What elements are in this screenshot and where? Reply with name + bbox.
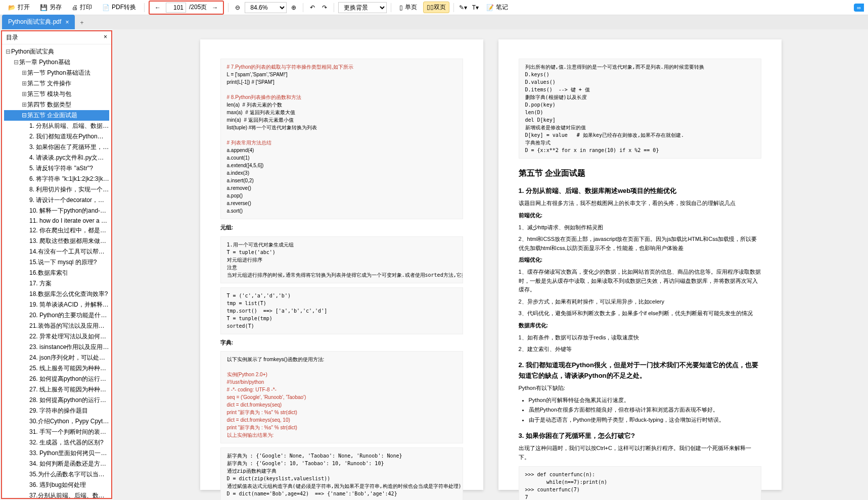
tree-item[interactable]: 9. 请设计一个decorator，它可...	[4, 195, 109, 206]
paragraph: 2、异步方式，如果有耗时操作，可以采用异步，比如celery	[519, 297, 761, 307]
code-block: # 7.Python的列表的截取与字符串操作类型相同,如下所示 L = ['sp…	[220, 59, 463, 219]
tree-item[interactable]: 13. 爬取这些数据都用来做什么...	[4, 236, 109, 246]
tree-section-selected[interactable]: ⊟第五节 企业面试题	[4, 110, 109, 121]
tree-item[interactable]: 36. 遇到bug如何处理	[4, 480, 109, 490]
tree-section[interactable]: ⊞第二节 文件操作	[4, 78, 109, 89]
collapse-icon[interactable]: ⊟	[5, 48, 11, 55]
folder-icon: 📂	[8, 4, 16, 11]
prev-page-icon[interactable]: ←	[153, 3, 163, 13]
print-button[interactable]: 🖨打印	[68, 1, 96, 14]
tree-item[interactable]: 17. 方案	[4, 278, 109, 289]
tree-item[interactable]: 11. how do I iterate over a s...	[4, 216, 109, 225]
tree-item[interactable]: 37.分别从前端、后端、数据库...	[4, 490, 109, 498]
collapse-icon[interactable]: ⊟	[21, 112, 27, 119]
paragraph: 1、缓存存储读写次数高，变化少的数据，比如网站首页的信息、商品的信息等。应用程序…	[519, 268, 761, 294]
subhead: 后端优化:	[519, 256, 761, 265]
separator	[453, 3, 454, 12]
expand-icon[interactable]: ⊞	[21, 69, 27, 76]
rotate-right-icon[interactable]: ↷	[319, 3, 330, 13]
tree-item[interactable]: 3. 如果你困在了死循环里，怎...	[4, 142, 109, 153]
tree-item[interactable]: 15.说一下 mysql 的原理?	[4, 257, 109, 268]
tree-item[interactable]: 30.介绍Cython，Pypy Cpytho...	[4, 416, 109, 427]
code-block: 列出所有的键,值.注意得到的是一个可迭代对象,而不是列表.用的时候需要转换 D.…	[519, 59, 761, 159]
paragraph: 3、代码优化，避免循环和判断次数太多，如果多个if else判断，优先判断最有可…	[519, 309, 761, 318]
background-select[interactable]: 更换背景	[338, 2, 387, 13]
pdf-page-right: 列出所有的键,值.注意得到的是一个可迭代对象,而不是列表.用的时候需要转换 D.…	[498, 39, 782, 490]
tree-item[interactable]: 22. 异常处理写法以及如何主动...	[4, 331, 109, 342]
bullet-list: Python的可解释特征会拖累其运行速度。 虽然Python在很多方面都性能良好…	[529, 396, 761, 425]
tree-item[interactable]: 25. 线上服务可能因为种种原因...	[4, 363, 109, 374]
paragraph: 1、如有条件，数据可以存放于redis，读取速度快	[519, 333, 761, 342]
rotate-left-icon[interactable]: ↶	[307, 3, 317, 13]
tree-section[interactable]: ⊞第三节 模块与包	[4, 89, 109, 99]
tree-item[interactable]: 28. 如何提高python的运行效率...	[4, 395, 109, 406]
tree-item[interactable]: 33. Python里面如何拷贝一个对...	[4, 448, 109, 459]
sidebar-title: 目录	[6, 33, 18, 42]
note-icon: 📝	[486, 4, 494, 11]
note-button[interactable]: 📝笔记	[482, 1, 512, 14]
zoom-in-icon[interactable]: ⊕	[289, 3, 299, 13]
double-page-icon: ▯▯	[427, 4, 434, 11]
expand-icon[interactable]: ⊞	[21, 101, 27, 108]
separator	[391, 3, 391, 12]
tree-item[interactable]: 18.数据库怎么优化查询效率?	[4, 289, 109, 299]
tree-item[interactable]: 20. Python的主要功能是什么?...	[4, 310, 109, 321]
tree-section[interactable]: ⊞第四节 数据类型	[4, 99, 109, 110]
page-navigation: ← /205页 →	[149, 1, 224, 15]
tree-item[interactable]: 14.有没有一个工具可以帮助查...	[4, 246, 109, 257]
label: 元组:	[220, 223, 463, 232]
page-total: /205页	[189, 3, 207, 12]
single-page-button[interactable]: ▯单页	[395, 1, 421, 14]
code-block: 新字典为 : {'Google': None, 'Taobao': None, …	[220, 447, 463, 500]
tree-item[interactable]: 2. 我们都知道现在Python很火...	[4, 131, 109, 142]
page-viewer[interactable]: # 7.Python的列表的截取与字符串操作类型相同,如下所示 L = ['sp…	[113, 29, 868, 500]
tree-item[interactable]: 23. isinstance作用以及应用场...	[4, 342, 109, 353]
text-tool-icon[interactable]: T▾	[470, 3, 480, 13]
tree-item[interactable]: 5. 请反转字符串 "aStr"?	[4, 163, 109, 174]
tree-item[interactable]: 24. json序列化时，可以处理的...	[4, 353, 109, 363]
double-page-button[interactable]: ▯▯双页	[423, 2, 449, 13]
pdf-page-left: # 7.Python的列表的截取与字符串操作类型相同,如下所示 L = ['sp…	[200, 39, 483, 490]
tree-item[interactable]: 29. 字符串的操作题目	[4, 406, 109, 416]
save-button[interactable]: 💾另存	[36, 1, 66, 14]
paragraph: 出现了这种问题时，我们可以按Ctrl+C，这样可以打断执行程序。我们创建一个死循…	[519, 444, 761, 462]
tree-item[interactable]: 12. 你在爬虫过程中，都是怎么...	[4, 225, 109, 236]
tree-item[interactable]: 4. 请谈谈.pyc文件和.py文件的...	[4, 153, 109, 163]
open-button[interactable]: 📂打开	[4, 1, 34, 14]
ai-badge[interactable]: ∞	[854, 4, 864, 12]
close-icon[interactable]: ×	[65, 19, 69, 26]
tree-item[interactable]: 6. 将字符串 "k:1|k1:2|k2:3|k3...	[4, 174, 109, 184]
collapse-icon[interactable]: ⊟	[13, 59, 19, 66]
tree-item[interactable]: 34. 如何判断是函数还是方法?...	[4, 459, 109, 469]
tree-item[interactable]: 26. 如何提高python的运行效率...	[4, 374, 109, 384]
tree-item[interactable]: 21.装饰器的写法以及应用场景...	[4, 321, 109, 331]
tree-item[interactable]: 31. 手写一个判断时间的装饰器	[4, 427, 109, 437]
add-tab-button[interactable]: +	[75, 16, 88, 29]
tree-item[interactable]: 32. 生成器，迭代器的区别?	[4, 437, 109, 448]
code-block: 1.用一个可迭代对象生成元组 T = tuple('abc') 对元组进行排序 …	[220, 236, 463, 283]
tree-root[interactable]: ⊟Python面试宝典	[4, 46, 109, 57]
tree-chapter[interactable]: ⊟第一章 Python基础	[4, 57, 109, 68]
zoom-out-icon[interactable]: ⊖	[233, 3, 243, 13]
document-tab[interactable]: Python面试宝典.pdf ×	[2, 15, 75, 29]
tree-item[interactable]: 27. 线上服务可能因为种种原因...	[4, 384, 109, 395]
tree-item[interactable]: 8. 利用切片操作，实现一个trim...	[4, 184, 109, 195]
tree-section[interactable]: ⊞第一节 Python基础语法	[4, 68, 109, 78]
close-sidebar-icon[interactable]: ×	[104, 33, 107, 42]
tree-item[interactable]: 10. 解释一下python的and-or...	[4, 206, 109, 216]
next-page-icon[interactable]: →	[210, 3, 220, 13]
question-title: 1. 分别从前端、后端、数据库阐述web项目的性能优化	[519, 186, 761, 196]
pdf-convert-button[interactable]: 📄PDF转换	[98, 1, 140, 14]
paragraph: 该题目网上有很多方法，我不想截图网上的长串文字，看的头疼，按我自己的理解说几点	[519, 199, 761, 208]
subhead: 前端优化:	[519, 211, 761, 220]
highlight-icon[interactable]: ✎▾	[458, 3, 468, 13]
tree-item[interactable]: 16.数据库索引	[4, 268, 109, 278]
expand-icon[interactable]: ⊞	[21, 90, 27, 97]
page-input[interactable]	[166, 3, 186, 13]
zoom-select[interactable]: 84.6%	[245, 2, 287, 13]
paragraph: 1、减少http请求、例如制作精灵图	[519, 223, 761, 232]
expand-icon[interactable]: ⊞	[21, 80, 27, 87]
tree-item[interactable]: 35.为什么函数名字可以当做参...	[4, 469, 109, 480]
tree-item[interactable]: 19. 简单谈谈ACID，并解释每一...	[4, 299, 109, 310]
tree-item[interactable]: 1. 分别从前端、后端、数据库...	[4, 121, 109, 131]
